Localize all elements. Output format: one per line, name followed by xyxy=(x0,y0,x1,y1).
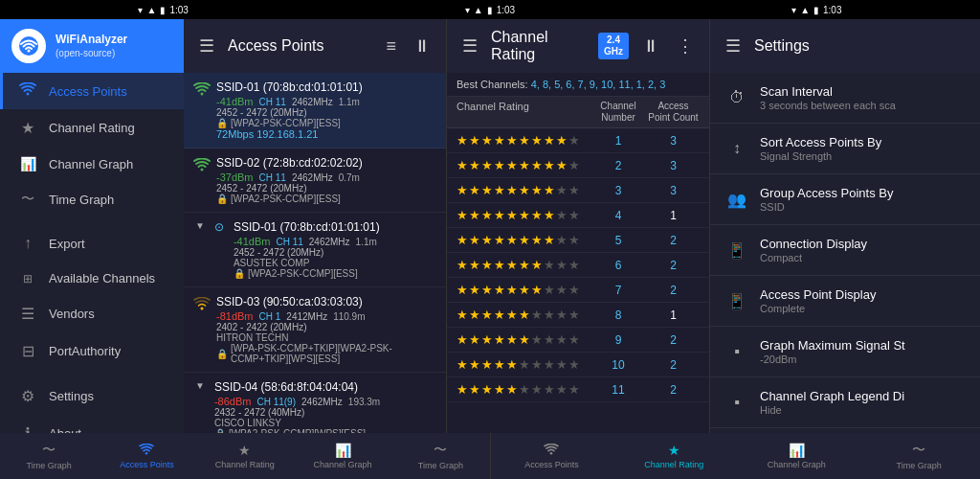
cr-th-apcount: Access Point Count xyxy=(647,101,700,124)
ap-item-2[interactable]: ▼ ⊙ SSID-01 (70:8b:cd:01:01:01) -41dBm C… xyxy=(184,213,446,287)
cr-pause-icon[interactable]: ⏸ xyxy=(638,33,663,60)
ap-item-1[interactable]: SSID-02 (72:8b:cd:02:02:02) -37dBm CH 11… xyxy=(184,148,446,213)
settings-item-5[interactable]: ▪Graph Maximum Signal St-20dBm xyxy=(710,327,980,377)
sidebar-item-available-channels[interactable]: ⊞ Available Channels xyxy=(0,262,184,295)
star-2-8: ★ xyxy=(556,183,568,197)
cr-panel-header: ☰ Channel Rating 2.4GHz ⏸ ⋮ xyxy=(447,19,709,73)
settings-icon: ⚙ xyxy=(18,387,37,405)
time-graph-icon: 〜 xyxy=(18,191,37,208)
cr-best-list: 4, 8, 5, 6, 7, 9, 10, 11, 1, 2, 3 xyxy=(531,79,666,90)
status-center: ▾ ▲ ▮ 1:03 xyxy=(326,5,653,15)
star-6-1: ★ xyxy=(469,283,480,297)
star-8-6: ★ xyxy=(531,332,543,347)
star-3-2: ★ xyxy=(481,208,493,222)
star-7-7: ★ xyxy=(544,308,555,322)
svg-point-0 xyxy=(19,36,38,56)
ap-dist-0: 1.1m xyxy=(339,97,360,107)
settings-menu-icon[interactable]: ☰ xyxy=(722,32,745,60)
collapse-arrow-2: ▼ xyxy=(195,220,205,231)
ap-panel-content: SSID-01 (70:8b:cd:01:01:01) -41dBm CH 11… xyxy=(184,73,446,433)
settings-item-2[interactable]: 👥Group Access Points BySSID xyxy=(710,174,980,225)
nav-access-points-1[interactable]: Access Points xyxy=(98,433,195,479)
sidebar-label-about: About xyxy=(49,426,81,433)
star-3-3: ★ xyxy=(494,208,505,222)
sidebar-item-time-graph[interactable]: 〜 Time Graph xyxy=(0,181,184,217)
sidebar-item-channel-rating[interactable]: ★ Channel Rating xyxy=(0,109,184,147)
ap-menu-icon[interactable]: ☰ xyxy=(195,32,218,60)
nav-time-graph-1b[interactable]: 〜 Time Graph xyxy=(391,433,489,479)
star-1-7: ★ xyxy=(544,158,555,172)
settings-item-6[interactable]: ▪Channel Graph Legend DiHide xyxy=(710,377,980,428)
settings-item-text-0: Scan Interval3 seconds between each sca xyxy=(760,84,965,111)
nav-channel-rating-2[interactable]: ★ Channel Rating xyxy=(612,433,735,479)
ap-name-4: SSID-04 (58:6d:8f:04:04:04) xyxy=(214,380,436,394)
star-2-6: ★ xyxy=(531,183,543,197)
ap-signal-0: -41dBm xyxy=(216,96,254,107)
svg-point-1 xyxy=(28,50,31,53)
cr-stars-10: ★★★★★★★★★★ xyxy=(457,382,590,397)
ap-item-3[interactable]: SSID-03 (90:50:ca:03:03:03) -81dBm CH 1 … xyxy=(184,287,446,373)
settings-panel-title: Settings xyxy=(754,37,969,55)
ap-security-1: 🔒 [WPA2-PSK-CCMP][ESS] xyxy=(216,194,436,204)
access-points-icon xyxy=(18,82,37,100)
settings-item-4[interactable]: 📱Access Point DisplayComplete xyxy=(710,276,980,327)
time-graph-nav-icon-1b: 〜 xyxy=(434,442,447,459)
sidebar-header: WiFiAnalyzer (open-source) xyxy=(0,19,184,73)
sidebar-item-access-points[interactable]: Access Points xyxy=(0,73,184,109)
settings-item-3[interactable]: 📱Connection DisplayCompact xyxy=(710,225,980,276)
ap-pause-icon[interactable]: ⏸ xyxy=(410,33,434,60)
cr-menu-icon[interactable]: ☰ xyxy=(458,32,481,60)
ap-filter-icon[interactable]: ≡ xyxy=(382,33,400,60)
svg-point-5 xyxy=(201,308,204,310)
channel-graph-icon: 📊 xyxy=(18,156,37,171)
status-left: ▾ ▲ ▮ 1:03 xyxy=(0,5,326,15)
nav-channel-graph-2[interactable]: 📊 Channel Graph xyxy=(735,433,858,479)
nav-channel-rating-1[interactable]: ★ Channel Rating xyxy=(196,433,294,479)
nav-access-points-2[interactable]: Access Points xyxy=(491,433,613,479)
nav-time-graph-2[interactable]: 〜 Time Graph xyxy=(858,433,980,479)
cr-ch-num-5: 6 xyxy=(590,259,647,272)
svg-point-3 xyxy=(201,93,204,96)
ap-item-4[interactable]: ▼ SSID-04 (58:6d:8f:04:04:04) -86dBm CH … xyxy=(184,373,446,433)
sidebar-item-vendors[interactable]: ☰ Vendors xyxy=(0,295,184,332)
cr-row-5: ★★★★★★★★★★62 xyxy=(447,253,709,278)
sidebar-item-about[interactable]: ℹ About xyxy=(0,415,184,433)
sidebar-item-channel-graph[interactable]: 📊 Channel Graph xyxy=(0,147,184,181)
time-graph-nav-icon-2: 〜 xyxy=(912,442,925,459)
ap-ch-0: CH 11 xyxy=(259,97,286,107)
star-9-2: ★ xyxy=(481,357,493,372)
app-sub: (open-source) xyxy=(56,47,127,59)
star-8-8: ★ xyxy=(556,332,568,347)
star-0-2: ★ xyxy=(481,133,493,148)
sidebar-item-port-authority[interactable]: ⊟ PortAuthority xyxy=(0,332,184,370)
star-10-8: ★ xyxy=(556,382,568,397)
sidebar-item-export[interactable]: ↑ Export xyxy=(0,225,184,262)
panel-channel-rating: ☰ Channel Rating 2.4GHz ⏸ ⋮ Best Channel… xyxy=(447,19,710,433)
sidebar-label-available-channels: Available Channels xyxy=(49,271,155,285)
star-5-5: ★ xyxy=(519,258,530,272)
settings-panel-header: ☰ Settings xyxy=(710,19,980,73)
cr-row-10: ★★★★★★★★★★112 xyxy=(447,377,709,402)
settings-item-text-6: Channel Graph Legend DiHide xyxy=(760,389,965,416)
star-0-8: ★ xyxy=(556,133,568,148)
settings-item-icon-2: 👥 xyxy=(725,191,748,209)
ap-item-0[interactable]: SSID-01 (70:8b:cd:01:01:01) -41dBm CH 11… xyxy=(184,73,446,148)
star-6-8: ★ xyxy=(556,283,568,297)
star-9-3: ★ xyxy=(494,357,505,372)
settings-item-1[interactable]: ↕Sort Access Points BySignal Strength xyxy=(710,124,980,174)
star-2-1: ★ xyxy=(469,183,480,197)
cr-row-0: ★★★★★★★★★★13 xyxy=(447,128,709,153)
star-5-7: ★ xyxy=(544,258,555,272)
nav-time-graph-1[interactable]: 〜 Time Graph xyxy=(0,433,98,479)
star-9-4: ★ xyxy=(506,357,518,372)
star-0-4: ★ xyxy=(506,133,518,148)
settings-item-0[interactable]: ⏱Scan Interval3 seconds between each sca xyxy=(710,73,980,124)
cr-more-icon[interactable]: ⋮ xyxy=(673,32,698,60)
cr-stars-2: ★★★★★★★★★★ xyxy=(457,183,590,197)
star-10-9: ★ xyxy=(568,382,580,397)
cr-ch-num-3: 4 xyxy=(590,209,647,222)
star-0-1: ★ xyxy=(469,133,480,148)
sidebar-item-settings[interactable]: ⚙ Settings xyxy=(0,377,184,415)
nav-channel-graph-1[interactable]: 📊 Channel Graph xyxy=(294,433,391,479)
sidebar-label-channel-rating: Channel Rating xyxy=(49,121,135,135)
